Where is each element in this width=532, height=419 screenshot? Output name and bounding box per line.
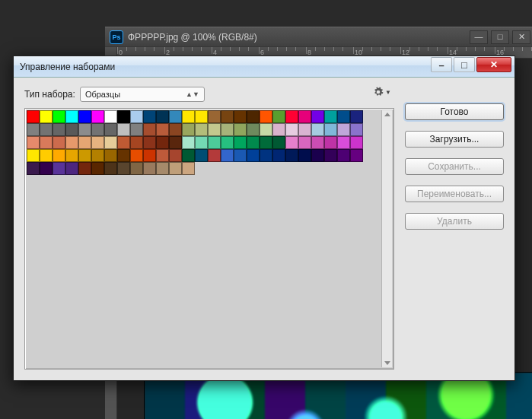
swatch[interactable]	[221, 110, 234, 123]
swatch[interactable]	[324, 123, 337, 136]
dialog-close-button[interactable]: ✕	[476, 57, 511, 72]
swatch[interactable]	[156, 110, 169, 123]
swatch[interactable]	[156, 123, 169, 136]
swatch[interactable]	[311, 123, 324, 136]
swatch[interactable]	[104, 123, 117, 136]
swatch[interactable]	[182, 123, 195, 136]
swatch[interactable]	[337, 149, 350, 162]
swatch[interactable]	[208, 136, 221, 149]
swatch[interactable]	[337, 136, 350, 149]
swatch[interactable]	[53, 123, 65, 136]
swatch[interactable]	[27, 110, 40, 123]
swatch[interactable]	[91, 149, 104, 162]
swatch[interactable]	[169, 162, 182, 175]
swatch[interactable]	[156, 162, 169, 175]
swatch[interactable]	[91, 123, 104, 136]
swatch[interactable]	[247, 149, 260, 162]
swatch[interactable]	[350, 123, 363, 136]
swatch[interactable]	[104, 162, 117, 175]
swatch[interactable]	[247, 110, 260, 123]
swatch[interactable]	[247, 136, 260, 149]
swatch[interactable]	[195, 110, 208, 123]
flyout-menu-button[interactable]: ▼	[373, 87, 391, 97]
swatch[interactable]	[169, 123, 182, 136]
done-button[interactable]: Готово	[405, 103, 504, 120]
swatch[interactable]	[53, 110, 65, 123]
preset-type-select[interactable]: Образцы ▲▼	[80, 87, 205, 102]
swatch[interactable]	[65, 149, 78, 162]
swatch[interactable]	[130, 110, 143, 123]
swatch[interactable]	[272, 136, 285, 149]
swatch[interactable]	[195, 136, 208, 149]
swatch[interactable]	[221, 136, 234, 149]
swatch[interactable]	[117, 149, 130, 162]
swatch[interactable]	[65, 123, 78, 136]
doc-minimize-button[interactable]: —	[470, 30, 488, 44]
swatch[interactable]	[78, 136, 91, 149]
rename-button[interactable]: Переименовать...	[405, 186, 504, 202]
swatch[interactable]	[285, 149, 298, 162]
swatch[interactable]	[324, 110, 337, 123]
swatch[interactable]	[234, 110, 247, 123]
swatch[interactable]	[130, 136, 143, 149]
swatch[interactable]	[130, 149, 143, 162]
swatch[interactable]	[234, 123, 247, 136]
swatch[interactable]	[65, 110, 78, 123]
load-button[interactable]: Загрузить...	[405, 131, 504, 148]
doc-maximize-button[interactable]: □	[491, 30, 509, 44]
swatch[interactable]	[53, 149, 65, 162]
swatch[interactable]	[27, 123, 40, 136]
swatch[interactable]	[260, 149, 272, 162]
swatch[interactable]	[234, 149, 247, 162]
swatch[interactable]	[182, 110, 195, 123]
swatch[interactable]	[221, 123, 234, 136]
swatch[interactable]	[65, 136, 78, 149]
swatch[interactable]	[272, 149, 285, 162]
swatch[interactable]	[156, 136, 169, 149]
swatch[interactable]	[195, 123, 208, 136]
swatch[interactable]	[337, 110, 350, 123]
swatch[interactable]	[156, 149, 169, 162]
swatch[interactable]	[40, 136, 53, 149]
swatch[interactable]	[117, 123, 130, 136]
swatch[interactable]	[182, 149, 195, 162]
swatch[interactable]	[130, 123, 143, 136]
swatch[interactable]	[65, 162, 78, 175]
swatch[interactable]	[143, 123, 156, 136]
dialog-minimize-button[interactable]: –	[431, 57, 452, 72]
swatch[interactable]	[104, 136, 117, 149]
swatch[interactable]	[169, 136, 182, 149]
swatch[interactable]	[324, 136, 337, 149]
swatch[interactable]	[91, 110, 104, 123]
swatch[interactable]	[91, 136, 104, 149]
dialog-maximize-button[interactable]: □	[454, 57, 475, 72]
swatch[interactable]	[40, 110, 53, 123]
swatch[interactable]	[272, 123, 285, 136]
save-button[interactable]: Сохранить...	[405, 158, 504, 175]
swatch[interactable]	[53, 162, 65, 175]
swatch[interactable]	[221, 149, 234, 162]
swatch[interactable]	[350, 136, 363, 149]
swatch[interactable]	[285, 123, 298, 136]
swatch[interactable]	[78, 123, 91, 136]
swatch[interactable]	[298, 136, 311, 149]
swatch[interactable]	[182, 162, 195, 175]
swatch[interactable]	[78, 162, 91, 175]
swatch[interactable]	[272, 110, 285, 123]
swatch[interactable]	[298, 123, 311, 136]
swatch[interactable]	[285, 136, 298, 149]
swatch[interactable]	[53, 136, 65, 149]
swatch[interactable]	[260, 123, 272, 136]
swatch[interactable]	[298, 149, 311, 162]
swatch[interactable]	[78, 110, 91, 123]
swatch[interactable]	[117, 136, 130, 149]
swatch[interactable]	[143, 149, 156, 162]
swatch[interactable]	[27, 162, 40, 175]
dialog-titlebar[interactable]: Управление наборами – □ ✕	[14, 56, 514, 78]
swatch[interactable]	[40, 149, 53, 162]
swatch[interactable]	[260, 136, 272, 149]
swatch[interactable]	[143, 162, 156, 175]
swatch[interactable]	[311, 110, 324, 123]
swatch[interactable]	[208, 110, 221, 123]
swatch[interactable]	[40, 162, 53, 175]
